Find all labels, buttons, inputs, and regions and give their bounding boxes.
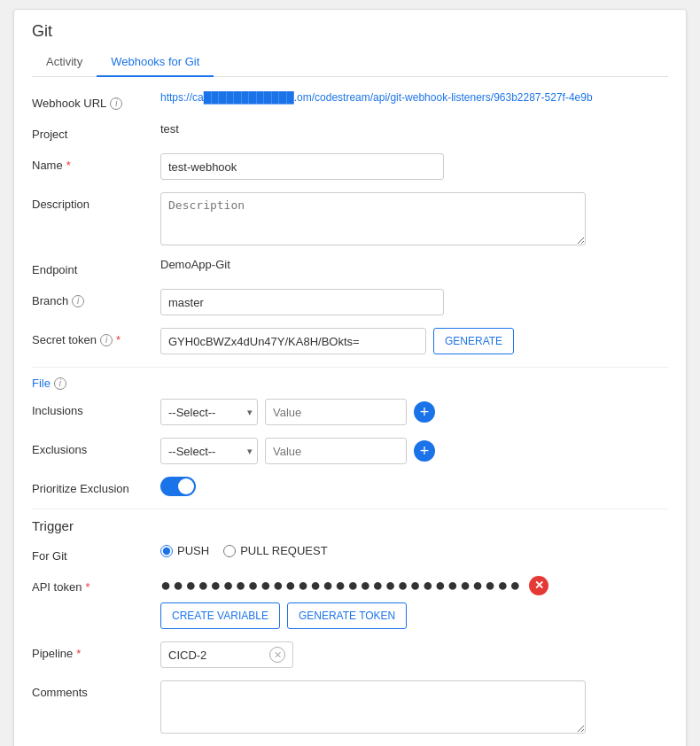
- prioritize-toggle[interactable]: [160, 477, 196, 496]
- file-section-label: File i: [32, 377, 668, 390]
- generate-button[interactable]: GENERATE: [433, 328, 514, 354]
- description-textarea[interactable]: [160, 192, 586, 245]
- pipeline-input-wrap: CICD-2 ✕: [160, 641, 668, 668]
- main-card: Git Activity Webhooks for Git Webhook UR…: [13, 9, 687, 746]
- inclusions-add-button[interactable]: +: [414, 401, 435, 423]
- inclusions-select-wrap: --Select-- ▾: [160, 399, 258, 425]
- inclusions-value-input[interactable]: [265, 399, 407, 425]
- pipeline-value: CICD-2: [168, 649, 266, 662]
- exclusions-add-button[interactable]: +: [414, 440, 435, 462]
- webhook-url-value: https://ca████████████.om/codestream/api…: [160, 91, 593, 104]
- name-input-wrap: [160, 153, 668, 180]
- tab-activity[interactable]: Activity: [32, 48, 97, 77]
- name-label: Name *: [32, 153, 160, 172]
- name-required: *: [66, 159, 71, 172]
- push-label: PUSH: [177, 544, 209, 557]
- project-label: Project: [32, 122, 160, 141]
- generate-token-button[interactable]: GENERATE TOKEN: [287, 602, 407, 629]
- branch-info-icon[interactable]: i: [72, 295, 84, 307]
- webhook-url-row: Webhook URL i https://ca████████████.om/…: [32, 91, 668, 110]
- api-token-controls: ●●●●●●●●●●●●●●●●●●●●●●●●●●●●● ✕ CREATE V…: [160, 575, 668, 629]
- endpoint-value: DemoApp-Git: [160, 258, 230, 271]
- project-value: test: [160, 122, 179, 136]
- prioritize-toggle-wrap: [160, 477, 668, 496]
- pipeline-tag: CICD-2 ✕: [160, 641, 293, 668]
- pipeline-required: *: [76, 647, 81, 660]
- branch-input-wrap: [160, 289, 668, 315]
- secret-token-row: Secret token i * GENERATE: [32, 328, 668, 354]
- inclusions-select[interactable]: --Select--: [160, 399, 258, 425]
- pull-request-option[interactable]: PULL REQUEST: [223, 544, 328, 557]
- secret-token-info-icon[interactable]: i: [100, 334, 113, 346]
- for-git-row: For Git PUSH PULL REQUEST: [32, 544, 668, 563]
- exclusions-value-input[interactable]: [265, 438, 407, 464]
- for-git-label: For Git: [32, 544, 160, 563]
- exclusions-select[interactable]: --Select--: [160, 438, 258, 464]
- project-value-wrap: test: [160, 122, 668, 136]
- endpoint-value-wrap: DemoApp-Git: [160, 258, 668, 271]
- branch-row: Branch i: [32, 289, 668, 315]
- trigger-title: Trigger: [32, 518, 668, 533]
- pipeline-remove-button[interactable]: ✕: [269, 647, 285, 663]
- webhook-url-label: Webhook URL i: [32, 91, 160, 110]
- form-body: Webhook URL i https://ca████████████.om/…: [14, 77, 686, 746]
- description-input-wrap: [160, 192, 668, 245]
- comments-input-wrap: [160, 680, 668, 734]
- create-variable-button[interactable]: CREATE VARIABLE: [160, 602, 280, 629]
- api-token-error-icon[interactable]: ✕: [529, 576, 548, 595]
- name-row: Name *: [32, 153, 668, 180]
- api-token-required: *: [85, 580, 89, 594]
- comments-row: Comments: [32, 680, 668, 734]
- pipeline-label: Pipeline *: [32, 641, 160, 660]
- trigger-radio-group: PUSH PULL REQUEST: [160, 544, 328, 557]
- prioritize-label: Prioritize Exclusion: [32, 477, 160, 495]
- branch-label: Branch i: [32, 289, 160, 307]
- page-title: Git: [32, 22, 668, 41]
- secret-token-input[interactable]: [160, 328, 426, 354]
- push-option[interactable]: PUSH: [160, 544, 209, 557]
- file-info-icon[interactable]: i: [54, 377, 66, 390]
- api-token-dots: ●●●●●●●●●●●●●●●●●●●●●●●●●●●●●: [160, 575, 522, 595]
- prioritize-row: Prioritize Exclusion: [32, 477, 668, 496]
- inclusions-controls: --Select-- ▾ +: [160, 399, 668, 425]
- pull-request-radio[interactable]: [223, 545, 236, 557]
- branch-input[interactable]: [160, 289, 444, 315]
- for-git-radio-group: PUSH PULL REQUEST: [160, 544, 668, 557]
- inclusions-row: Inclusions --Select-- ▾ +: [32, 399, 668, 425]
- api-token-row: API token * ●●●●●●●●●●●●●●●●●●●●●●●●●●●●…: [32, 575, 668, 629]
- description-label: Description: [32, 192, 160, 211]
- comments-textarea[interactable]: [160, 680, 586, 734]
- name-input[interactable]: [160, 153, 444, 180]
- exclusions-row: Exclusions --Select-- ▾ +: [32, 438, 668, 464]
- webhook-url-info-icon[interactable]: i: [110, 97, 122, 110]
- pull-request-label: PULL REQUEST: [240, 544, 328, 557]
- secret-token-input-wrap: GENERATE: [160, 328, 668, 354]
- secret-token-required: *: [116, 333, 121, 346]
- card-header: Git Activity Webhooks for Git: [14, 10, 686, 77]
- secret-token-label: Secret token i *: [32, 328, 160, 346]
- api-token-label: API token *: [32, 575, 160, 594]
- exclusions-controls: --Select-- ▾ +: [160, 438, 668, 464]
- description-row: Description: [32, 192, 668, 245]
- pipeline-row: Pipeline * CICD-2 ✕: [32, 641, 668, 668]
- project-row: Project test: [32, 122, 668, 141]
- endpoint-row: Endpoint DemoApp-Git: [32, 258, 668, 276]
- push-radio[interactable]: [160, 545, 173, 557]
- tab-bar: Activity Webhooks for Git: [32, 48, 668, 77]
- tab-webhooks[interactable]: Webhooks for Git: [97, 48, 214, 77]
- webhook-url-value-wrap: https://ca████████████.om/codestream/api…: [160, 91, 668, 104]
- comments-label: Comments: [32, 680, 160, 699]
- exclusions-select-wrap: --Select-- ▾: [160, 438, 258, 464]
- inclusions-label: Inclusions: [32, 399, 160, 417]
- endpoint-label: Endpoint: [32, 258, 160, 276]
- exclusions-label: Exclusions: [32, 438, 160, 456]
